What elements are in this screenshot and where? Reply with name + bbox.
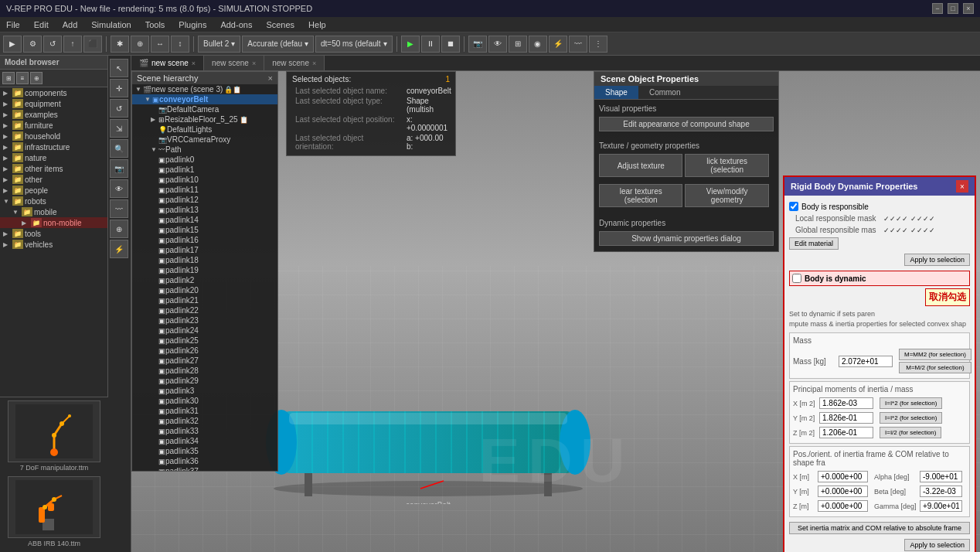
inertia-y-input[interactable] bbox=[819, 412, 873, 424]
mass-mm2-2-button[interactable]: M=M/2 (for selection) bbox=[899, 362, 971, 373]
hier-padlink14[interactable]: ▣ padlink14 bbox=[132, 215, 277, 225]
side-btn-select[interactable]: ↖ bbox=[110, 59, 128, 77]
browser-icon-2[interactable]: ≡ bbox=[16, 72, 29, 84]
set-inertia-absolute-button[interactable]: Set inertia matrix and COM relative to a… bbox=[789, 522, 970, 534]
hier-padlink2[interactable]: ▣ padlink2 bbox=[132, 275, 277, 285]
tree-item-household[interactable]: ▶ 📁 household bbox=[0, 131, 107, 141]
hier-padlink10[interactable]: ▣ padlink10 bbox=[132, 175, 277, 185]
hier-path[interactable]: ▼ 〰 Path bbox=[132, 145, 277, 155]
adjust-texture-button[interactable]: Adjust texture bbox=[599, 154, 682, 177]
apply-to-selection-button-2[interactable]: Apply to selection bbox=[904, 539, 970, 551]
tree-item-furniture[interactable]: ▶ 📁 furniture bbox=[0, 120, 107, 131]
hier-padlink24[interactable]: ▣ padlink24 bbox=[132, 325, 277, 336]
toolbar-btn-7[interactable]: ⊕ bbox=[131, 36, 149, 53]
inertia-i2-x-button[interactable]: I=I*2 (for selection) bbox=[880, 397, 942, 409]
physics-engine-dropdown[interactable]: Bullet 2 ▾ bbox=[198, 36, 240, 53]
timestep-dropdown[interactable]: dt=50 ms (default ▾ bbox=[315, 36, 393, 53]
hier-padlink13[interactable]: ▣ padlink13 bbox=[132, 205, 277, 215]
scene-hierarchy-content[interactable]: ▼ 🎬 new scene (scene 3) 🔒📋 ▼ ▣ conveyorB… bbox=[132, 84, 277, 471]
menu-help[interactable]: Help bbox=[305, 20, 329, 29]
hier-padlink15[interactable]: ▣ padlink15 bbox=[132, 225, 277, 235]
tree-item-infrastructure[interactable]: ▶ 📁 infrastructure bbox=[0, 141, 107, 152]
hier-vrccamera[interactable]: 📷 VRCCameraProxy bbox=[132, 135, 277, 145]
inertia-i2-z-button[interactable]: I=I/2 (for selection) bbox=[880, 427, 941, 438]
tree-item-equipment[interactable]: ▶ 📁 equipment bbox=[0, 98, 107, 109]
tree-item-other-items[interactable]: ▶ 📁 other items bbox=[0, 163, 107, 174]
accuracy-dropdown[interactable]: Accurate (defau ▾ bbox=[242, 36, 314, 53]
hier-conveyor-belt[interactable]: ▼ ▣ conveyorBelt bbox=[132, 94, 277, 104]
hier-padlink11[interactable]: ▣ padlink11 bbox=[132, 185, 277, 195]
tree-item-vehicles[interactable]: ▶ 📁 vehicles bbox=[0, 239, 107, 250]
tree-item-components[interactable]: ▶ 📁 components bbox=[0, 87, 107, 98]
apply-to-selection-button-1[interactable]: Apply to selection bbox=[904, 254, 970, 266]
hier-padlink17[interactable]: ▣ padlink17 bbox=[132, 245, 277, 255]
close-button[interactable]: × bbox=[963, 3, 974, 14]
hier-padlink34[interactable]: ▣ padlink34 bbox=[132, 436, 277, 446]
obj-button[interactable]: ◉ bbox=[529, 36, 547, 53]
hier-padlink32[interactable]: ▣ padlink32 bbox=[132, 416, 277, 426]
body-dynamic-checkbox[interactable] bbox=[792, 274, 801, 283]
pause-button[interactable]: ⏸ bbox=[421, 36, 440, 53]
sim-button[interactable]: ⚡ bbox=[549, 36, 567, 53]
hier-padlink19[interactable]: ▣ padlink19 bbox=[132, 265, 277, 275]
tree-item-mobile[interactable]: ▼ 📁 mobile bbox=[0, 206, 107, 217]
scene-tab-1-close[interactable]: × bbox=[192, 60, 196, 67]
tree-item-nature[interactable]: ▶ 📁 nature bbox=[0, 152, 107, 163]
hier-default-camera[interactable]: 📷 DefaultCamera bbox=[132, 104, 277, 114]
hier-padlink36[interactable]: ▣ padlink36 bbox=[132, 456, 277, 466]
hier-padlink30[interactable]: ▣ padlink30 bbox=[132, 396, 277, 406]
grid-button[interactable]: ⊞ bbox=[509, 36, 527, 53]
hier-floor[interactable]: ▶ ⊞ ResizableFloor_5_25 📋 bbox=[132, 114, 277, 124]
scene-tab-3[interactable]: new scene × bbox=[264, 56, 325, 70]
hier-padlink18[interactable]: ▣ padlink18 bbox=[132, 255, 277, 265]
menu-addons[interactable]: Add-ons bbox=[217, 20, 255, 29]
beta-input[interactable] bbox=[920, 486, 962, 497]
hier-padlink31[interactable]: ▣ padlink31 bbox=[132, 406, 277, 416]
toolbar-btn-5[interactable]: ⬛ bbox=[83, 36, 102, 53]
toolbar-btn-4[interactable]: ↑ bbox=[63, 36, 82, 53]
toolbar-btn-2[interactable]: ⚙ bbox=[23, 36, 42, 53]
menu-file[interactable]: File bbox=[3, 20, 23, 29]
scene-tab-1[interactable]: 🎬 new scene × bbox=[131, 56, 204, 70]
mass-input[interactable] bbox=[839, 356, 893, 367]
scene-tab-2-close[interactable]: × bbox=[252, 60, 256, 67]
side-btn-misc1[interactable]: ⊕ bbox=[110, 220, 128, 238]
play-button[interactable]: ▶ bbox=[401, 36, 420, 53]
side-btn-rotate[interactable]: ↺ bbox=[110, 99, 128, 118]
hier-padlink22[interactable]: ▣ padlink22 bbox=[132, 305, 277, 315]
side-btn-view[interactable]: 👁 bbox=[110, 179, 128, 198]
hier-padlink35[interactable]: ▣ padlink35 bbox=[132, 446, 277, 456]
toolbar-btn-6[interactable]: ✱ bbox=[111, 36, 129, 53]
stop-button[interactable]: ⏹ bbox=[441, 36, 460, 53]
side-btn-scale[interactable]: ⇲ bbox=[110, 119, 128, 138]
hier-padlink16[interactable]: ▣ padlink16 bbox=[132, 235, 277, 245]
menu-plugins[interactable]: Plugins bbox=[175, 20, 209, 29]
gamma-input[interactable] bbox=[920, 500, 962, 512]
props-tab-common[interactable]: Common bbox=[638, 86, 692, 99]
side-btn-path[interactable]: 〰 bbox=[110, 199, 128, 218]
inertia-x-input[interactable] bbox=[819, 397, 873, 409]
tree-item-non-mobile[interactable]: ▶ 📁 non-mobile bbox=[0, 217, 107, 228]
hier-padlink29[interactable]: ▣ padlink29 bbox=[132, 376, 277, 386]
misc-button[interactable]: ⋮ bbox=[589, 36, 607, 53]
hier-default-lights[interactable]: 💡 DefaultLights bbox=[132, 124, 277, 135]
pos-z-input[interactable] bbox=[818, 500, 868, 512]
edit-appearance-button[interactable]: Edit appearance of compound shape bbox=[599, 117, 774, 131]
pos-x-input[interactable] bbox=[818, 471, 868, 482]
inertia-z-input[interactable] bbox=[819, 427, 873, 438]
dialog-close-button[interactable]: × bbox=[956, 180, 968, 193]
minimize-button[interactable]: − bbox=[932, 3, 943, 14]
inertia-i2-y-button[interactable]: I=I*2 (for selection) bbox=[880, 412, 942, 424]
menu-tools[interactable]: Tools bbox=[142, 20, 168, 29]
hier-padlink27[interactable]: ▣ padlink27 bbox=[132, 356, 277, 366]
body-responsible-checkbox[interactable] bbox=[789, 202, 798, 211]
path-button[interactable]: 〰 bbox=[569, 36, 587, 53]
view-modify-geometry-button[interactable]: View/modify geometry bbox=[685, 184, 768, 207]
toolbar-btn-1[interactable]: ▶ bbox=[3, 36, 22, 53]
scene-hierarchy-close[interactable]: × bbox=[268, 73, 273, 83]
hier-scene-root[interactable]: ▼ 🎬 new scene (scene 3) 🔒📋 bbox=[132, 84, 277, 94]
cam-button[interactable]: 📷 bbox=[468, 36, 487, 53]
side-btn-move[interactable]: ✛ bbox=[110, 79, 128, 97]
maximize-button[interactable]: □ bbox=[948, 3, 958, 14]
toolbar-btn-3[interactable]: ↺ bbox=[43, 36, 62, 53]
